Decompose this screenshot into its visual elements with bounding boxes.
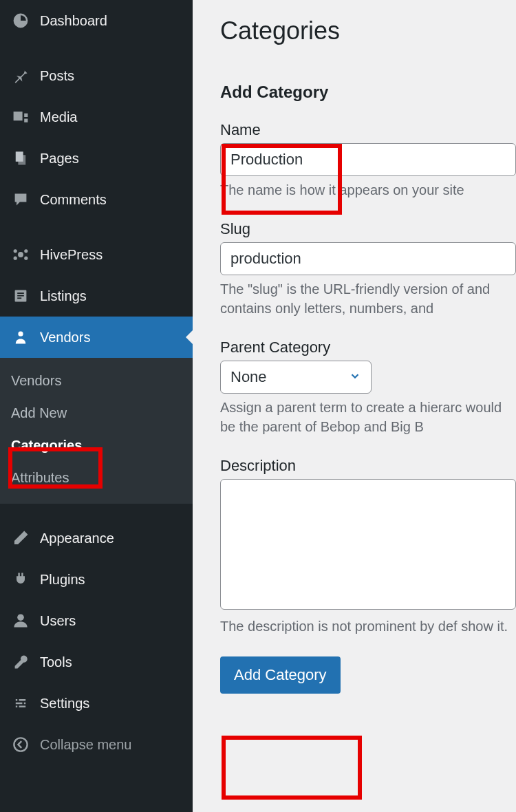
name-input[interactable] — [220, 143, 516, 176]
collapse-icon — [11, 735, 30, 754]
parent-select[interactable]: None — [220, 361, 372, 394]
main-content: Categories Add Category Name The name is… — [193, 0, 516, 812]
description-input[interactable] — [220, 479, 516, 610]
chevron-down-icon — [349, 368, 361, 386]
sidebar-item-users[interactable]: Users — [0, 600, 193, 641]
svg-point-9 — [18, 332, 23, 336]
svg-point-10 — [17, 614, 24, 621]
section-title: Add Category — [220, 83, 516, 102]
svg-point-2 — [24, 249, 28, 253]
media-icon — [11, 107, 30, 127]
sidebar-item-vendors[interactable]: Vendors — [0, 317, 193, 358]
sidebar-item-media[interactable]: Media — [0, 96, 193, 138]
sidebar-item-label: HivePress — [40, 247, 103, 263]
sidebar-item-settings[interactable]: Settings — [0, 683, 193, 724]
svg-rect-7 — [17, 295, 24, 297]
page-title: Categories — [220, 17, 516, 45]
sidebar-item-label: Appearance — [40, 531, 114, 546]
svg-point-4 — [24, 257, 28, 260]
collapse-menu[interactable]: Collapse menu — [0, 724, 193, 765]
svg-point-1 — [14, 249, 17, 253]
appearance-icon — [11, 528, 30, 548]
sidebar-item-label: Media — [40, 109, 77, 125]
submenu-item-vendors[interactable]: Vendors — [0, 365, 193, 397]
sidebar-item-label: Comments — [40, 192, 107, 208]
slug-help: The "slug" is the URL-friendly version o… — [220, 279, 516, 318]
field-parent: Parent Category None Assign a parent ter… — [220, 339, 516, 436]
svg-point-0 — [18, 252, 23, 257]
users-icon — [11, 611, 30, 630]
sidebar-item-posts[interactable]: Posts — [0, 55, 193, 96]
field-slug: Slug The "slug" is the URL-friendly vers… — [220, 220, 516, 318]
name-label: Name — [220, 121, 516, 139]
sidebar-item-dashboard[interactable]: Dashboard — [0, 0, 193, 41]
sidebar-item-tools[interactable]: Tools — [0, 641, 193, 683]
tools-icon — [11, 652, 30, 672]
sidebar-item-listings[interactable]: Listings — [0, 275, 193, 317]
slug-label: Slug — [220, 220, 516, 238]
dashboard-icon — [11, 11, 30, 30]
sidebar-item-appearance[interactable]: Appearance — [0, 517, 193, 559]
hivepress-icon — [11, 245, 30, 264]
sidebar-submenu: Vendors Add New Categories Attributes — [0, 358, 193, 504]
add-category-button[interactable]: Add Category — [220, 656, 341, 694]
sidebar-item-pages[interactable]: Pages — [0, 138, 193, 179]
sidebar-item-label: Vendors — [40, 330, 90, 345]
description-help: The description is not prominent by def … — [220, 617, 516, 636]
field-description: Description The description is not promi… — [220, 457, 516, 636]
sidebar-item-label: Users — [40, 613, 76, 629]
submenu-item-categories[interactable]: Categories — [0, 429, 193, 462]
comments-icon — [11, 190, 30, 209]
sidebar-item-label: Listings — [40, 288, 87, 304]
sidebar-item-hivepress[interactable]: HivePress — [0, 234, 193, 275]
listings-icon — [11, 286, 30, 306]
parent-help: Assign a parent term to create a hierarc… — [220, 398, 516, 436]
sidebar-item-comments[interactable]: Comments — [0, 179, 193, 220]
parent-label: Parent Category — [220, 339, 516, 356]
sidebar-item-label: Plugins — [40, 572, 85, 588]
name-help: The name is how it appears on your site — [220, 180, 516, 200]
sidebar-item-label: Pages — [40, 151, 79, 167]
slug-input[interactable] — [220, 242, 516, 275]
sidebar-item-label: Dashboard — [40, 13, 107, 29]
admin-sidebar: Dashboard Posts Media Pages Commen — [0, 0, 193, 812]
sidebar-item-label: Tools — [40, 654, 72, 670]
pin-icon — [11, 66, 30, 85]
sidebar-item-plugins[interactable]: Plugins — [0, 559, 193, 600]
svg-point-3 — [14, 257, 17, 260]
settings-icon — [11, 694, 30, 713]
vendors-icon — [11, 328, 30, 347]
svg-rect-8 — [17, 297, 21, 299]
field-name: Name The name is how it appears on your … — [220, 121, 516, 200]
svg-point-11 — [14, 738, 27, 751]
sidebar-item-label: Posts — [40, 68, 74, 84]
submenu-item-attributes[interactable]: Attributes — [0, 462, 193, 494]
collapse-label: Collapse menu — [40, 737, 131, 753]
parent-select-value: None — [230, 368, 267, 386]
sidebar-item-label: Settings — [40, 696, 89, 712]
submenu-item-add-new[interactable]: Add New — [0, 397, 193, 429]
svg-rect-6 — [17, 292, 24, 294]
description-label: Description — [220, 457, 516, 475]
pages-icon — [11, 149, 30, 168]
plugins-icon — [11, 570, 30, 589]
